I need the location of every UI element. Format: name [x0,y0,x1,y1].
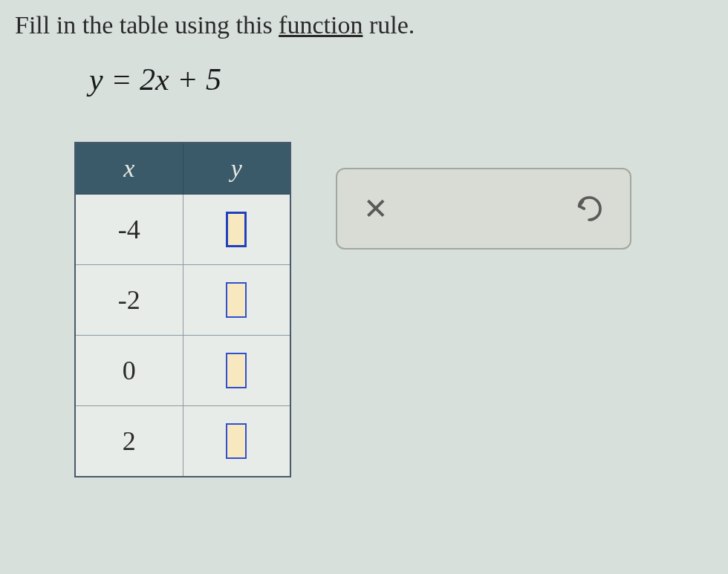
close-icon[interactable]: ✕ [363,192,389,226]
y-cell [183,406,290,477]
equation-text: y = 2x + 5 [89,62,713,97]
table-row: 2 [75,406,290,477]
answer-input-2[interactable] [226,282,247,318]
x-cell: -2 [75,265,183,336]
instruction-text: Fill in the table using this function ru… [15,11,713,39]
y-cell [183,265,290,336]
table-row: -4 [75,195,290,265]
instruction-prefix: Fill in the table using this [15,11,279,39]
control-panel: ✕ [336,168,631,250]
x-cell: 0 [75,336,183,406]
x-cell: -4 [75,195,183,265]
undo-icon[interactable] [574,194,604,224]
header-y: y [183,143,290,195]
x-cell: 2 [75,406,183,477]
table-row: -2 [75,265,290,336]
function-table: x y -4 -2 0 [74,142,291,477]
answer-input-1[interactable] [226,212,247,247]
function-link[interactable]: function [279,11,363,39]
y-cell [183,336,290,406]
answer-input-3[interactable] [226,353,247,388]
instruction-suffix: rule. [363,11,415,39]
header-x: x [75,143,183,195]
table-row: 0 [75,336,290,406]
answer-input-4[interactable] [226,423,247,459]
y-cell [183,195,290,265]
